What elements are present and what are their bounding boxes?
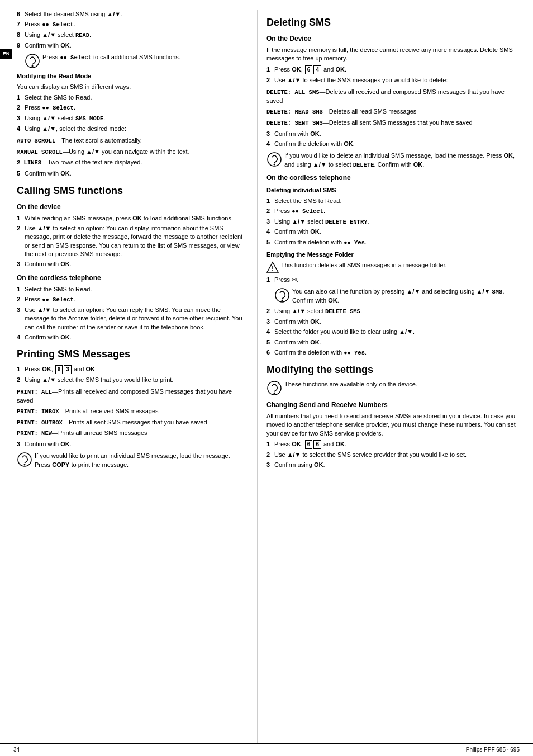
- calling-sms-heading: Calling SMS functions: [17, 184, 247, 198]
- list-item: 3 Using ▲/▼ select DELETE ENTRY.: [266, 218, 520, 226]
- printing-list-after: 3 Confirm with OK.: [17, 440, 247, 448]
- note-block: Press ●● Select to call additional SMS f…: [25, 53, 247, 69]
- changing-numbers-intro: All numbers that you need to send and re…: [266, 412, 520, 438]
- manual-scroll-mode: MANUAL SCROLL—Using ▲/▼ you can navigate…: [17, 148, 247, 157]
- svg-point-10: [282, 300, 283, 301]
- delete-note: If you would like to delete an individua…: [266, 152, 520, 169]
- continuation-list: 6 Select the desired SMS using ▲/▼. 7 Pr…: [17, 10, 247, 50]
- emptying-list1: 1 Press ✉.: [266, 276, 520, 284]
- page: EN 6 Select the desired SMS using ▲/▼. 7…: [0, 0, 533, 756]
- list-item: 8 Using ▲/▼ select READ.: [17, 31, 247, 40]
- svg-point-5: [274, 164, 275, 166]
- svg-point-8: [272, 270, 273, 271]
- calling-cordless-list: 1 Select the SMS to Read. 2 Press ●● Sel…: [17, 285, 247, 342]
- list-item: 4 Select the folder you would like to cl…: [266, 328, 520, 336]
- list-item: 6 Confirm the deletion with ●● Yes.: [266, 348, 520, 357]
- emptying-note: You can also call the function by pressi…: [274, 287, 520, 305]
- list-item: 1 Press OK, 64 and OK.: [266, 65, 520, 74]
- page-number: 34: [13, 746, 20, 754]
- read-mode-list2: 5 Confirm with OK.: [17, 169, 247, 178]
- svg-point-3: [24, 464, 26, 466]
- list-item: 2 Press ●● Select.: [17, 295, 247, 304]
- list-item: 1 Select the SMS to Read.: [17, 93, 247, 102]
- on-device-heading: On the device: [17, 202, 247, 212]
- svg-point-12: [274, 393, 275, 394]
- changing-numbers-list: 1 Press OK, 66 and OK. 2 Use ▲/▼ to sele…: [266, 440, 520, 470]
- note-icon-emptying: [274, 287, 290, 303]
- print-outbox-mode: PRINT: OUTBOX—Prints all sent SMS messag…: [17, 418, 247, 427]
- tip-icon-svg5: [266, 380, 282, 396]
- tip-icon-svg3: [266, 152, 282, 167]
- list-item: 1 Select the SMS to Read.: [266, 197, 520, 205]
- list-item: 3 Use ▲/▼ to select an option: You can r…: [17, 306, 247, 332]
- calling-device-list: 1 While reading an SMS message, press OK…: [17, 214, 247, 269]
- tip-icon-svg2: [17, 452, 32, 467]
- print-all-mode: PRINT: ALL—Prints all received and compo…: [17, 388, 247, 405]
- note-icon: [25, 53, 40, 69]
- changing-numbers-heading: Changing Send and Receive Numbers: [266, 400, 520, 410]
- list-item: 4 Confirm with OK.: [266, 228, 520, 236]
- modifying-read-mode-heading: Modifying the Read Mode: [17, 72, 247, 81]
- list-item: 5 Confirm the deletion with ●● Yes.: [266, 238, 520, 247]
- list-item: 1 Press OK, 63 and OK.: [17, 365, 247, 374]
- left-column: 6 Select the desired SMS using ▲/▼. 7 Pr…: [0, 10, 257, 743]
- list-item: 3 Confirm with OK.: [17, 260, 247, 268]
- emptying-list2: 2 Using ▲/▼ select DELETE SMS. 3 Confirm…: [266, 307, 520, 357]
- list-item: 2 Press ●● Select.: [266, 207, 520, 216]
- list-item: 3 Confirm using OK.: [266, 461, 520, 469]
- emptying-folder-heading: Emptying the Message Folder: [266, 251, 520, 259]
- right-column: Deleting SMS On the Device If the messag…: [257, 10, 533, 743]
- list-item: 1 Press OK, 66 and OK.: [266, 440, 520, 449]
- language-tag: EN: [0, 49, 12, 59]
- warning-block: This function deletes all SMS messages i…: [266, 261, 520, 273]
- deleting-individual-sms-heading: Deleting individual SMS: [266, 186, 520, 195]
- list-item: 2 Using ▲/▼ select the SMS that you woul…: [17, 376, 247, 384]
- warning-icon: [266, 261, 279, 273]
- list-item: 1 While reading an SMS message, press OK…: [17, 214, 247, 223]
- list-item: 3 Confirm with OK.: [266, 318, 520, 326]
- print-new-mode: PRINT: NEW—Prints all unread SMS message…: [17, 429, 247, 438]
- note-icon-delete: [266, 152, 282, 167]
- warning-triangle-svg: [266, 261, 279, 273]
- on-cordless-telephone-heading: On the cordless telephone: [266, 173, 520, 183]
- list-item: 5 Confirm with OK.: [17, 169, 247, 178]
- printing-note: If you would like to print an individual…: [17, 452, 247, 469]
- list-item: 1 Press ✉.: [266, 276, 520, 284]
- content-area: 6 Select the desired SMS using ▲/▼. 7 Pr…: [0, 0, 533, 743]
- tip-icon-svg: [25, 53, 40, 69]
- page-footer: 34 Philips PPF 685 · 695: [0, 743, 533, 756]
- product-name: Philips PPF 685 · 695: [466, 746, 520, 754]
- tip-icon-svg4: [274, 287, 290, 303]
- printing-list-before: 1 Press OK, 63 and OK. 2 Using ▲/▼ selec…: [17, 365, 247, 384]
- delete-all-sms: DELETE: ALL SMS—Deletes all received and…: [266, 88, 520, 105]
- on-cordless-heading: On the cordless telephone: [17, 273, 247, 283]
- note-icon-settings: [266, 380, 282, 396]
- delete-read-sms: DELETE: READ SMS—Deletes all read SMS me…: [266, 107, 520, 116]
- list-item: 4 Confirm the deletion with OK.: [266, 140, 520, 148]
- list-item: 1 Select the SMS to Read.: [17, 285, 247, 294]
- list-item: 2 Use ▲/▼ to select the SMS messages you…: [266, 76, 520, 84]
- deleting-on-device-heading: On the Device: [266, 34, 520, 44]
- list-item: 7 Press ●● Select.: [17, 20, 247, 29]
- list-item: 2 Use ▲/▼ to select the SMS service prov…: [266, 451, 520, 459]
- list-item: 4 Confirm with OK.: [17, 333, 247, 342]
- modifying-settings-heading: Modifying the settings: [266, 363, 520, 377]
- note-icon-print: [17, 452, 32, 467]
- deleting-device-list: 1 Press OK, 64 and OK. 2 Use ▲/▼ to sele…: [266, 65, 520, 84]
- deleting-on-device-intro: If the message memory is full, the devic…: [266, 46, 520, 63]
- modifying-settings-note: These functions are available only on th…: [266, 380, 520, 396]
- list-item: 2 Using ▲/▼ select DELETE SMS.: [266, 307, 520, 316]
- read-mode-list: 1 Select the SMS to Read. 2 Press ●● Sel…: [17, 93, 247, 133]
- deleting-individual-list: 1 Select the SMS to Read. 2 Press ●● Sel…: [266, 197, 520, 247]
- list-item: 2 Use ▲/▼ to select an option: You can d…: [17, 224, 247, 259]
- auto-scroll-mode: AUTO SCROLL—The text scrolls automatical…: [17, 136, 247, 145]
- svg-point-1: [32, 65, 34, 67]
- list-item: 5 Confirm with OK.: [266, 338, 520, 347]
- deleting-device-list2: 3 Confirm with OK. 4 Confirm the deletio…: [266, 130, 520, 149]
- list-item: 2 Press ●● Select.: [17, 103, 247, 112]
- list-item: 3 Confirm with OK.: [266, 130, 520, 138]
- list-item: 3 Confirm with OK.: [17, 440, 247, 448]
- list-item: 9 Confirm with OK.: [17, 41, 247, 50]
- list-item: 4 Using ▲/▼, select the desired mode:: [17, 125, 247, 133]
- list-item: 6 Select the desired SMS using ▲/▼.: [17, 10, 247, 18]
